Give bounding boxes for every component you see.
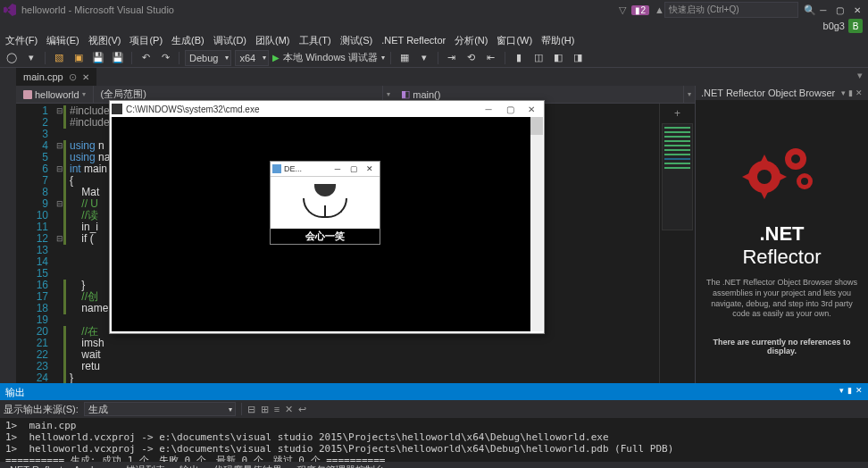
- output-tool-icon[interactable]: ⊟: [247, 404, 255, 415]
- output-text[interactable]: 1> main.cpp 1> helloworld.vcxproj -> e:\…: [0, 418, 868, 462]
- image-content: 会心一笑: [271, 176, 380, 244]
- add-icon[interactable]: +: [662, 107, 693, 120]
- tab-code-metrics[interactable]: 代码度量值结果: [206, 464, 289, 469]
- output-clear-icon[interactable]: ✕: [285, 404, 293, 415]
- cmd-scrollbar[interactable]: [530, 117, 543, 331]
- output-dropdown-icon[interactable]: ▾: [839, 386, 844, 399]
- menu-help[interactable]: 帮助(H): [541, 34, 574, 47]
- output-source-combo[interactable]: 生成: [84, 402, 236, 416]
- menu-window[interactable]: 窗口(W): [497, 34, 532, 47]
- menu-project[interactable]: 项目(P): [129, 34, 163, 47]
- cmd-title: C:\WINDOWS\system32\cmd.exe: [126, 104, 259, 114]
- tab-main-cpp[interactable]: main.cpp ⊙ ✕: [16, 68, 96, 86]
- tool-icon-1[interactable]: ▦: [396, 50, 413, 66]
- menu-build[interactable]: 生成(B): [171, 34, 204, 47]
- menu-team[interactable]: 团队(M): [255, 34, 290, 47]
- output-tool-icon-3[interactable]: ≡: [274, 404, 280, 414]
- tab-package-manager[interactable]: 程序包管理器控制台: [289, 464, 392, 469]
- image-maximize-button[interactable]: ▢: [346, 164, 362, 173]
- cmd-titlebar[interactable]: C:\WINDOWS\system32\cmd.exe ─ ▢ ✕: [110, 101, 544, 117]
- minimize-button[interactable]: ─: [816, 5, 830, 15]
- bookmark-icon[interactable]: ▮: [511, 50, 527, 66]
- step-icon[interactable]: ⇥: [444, 50, 460, 66]
- output-close-icon[interactable]: ✕: [855, 386, 863, 399]
- close-button[interactable]: ✕: [850, 5, 864, 15]
- menu-reflector[interactable]: .NET Reflector: [381, 35, 446, 46]
- title-bar: helloworld - Microsoft Visual Studio ▽ ▮…: [0, 0, 868, 20]
- output-wrap-icon[interactable]: ↩: [298, 404, 306, 415]
- output-panel: 输出 ▾ ▮ ✕ 显示输出来源(S): 生成 ⊟ ⊞ ≡ ✕ ↩ 1> main…: [0, 383, 868, 462]
- reflector-noref: There are currently no references to dis…: [705, 338, 859, 355]
- undo-icon[interactable]: ↶: [138, 50, 154, 66]
- menu-debug[interactable]: 调试(D): [213, 34, 246, 47]
- document-tabs: main.cpp ⊙ ✕ ▾: [0, 68, 868, 86]
- menu-tools[interactable]: 工具(T): [299, 34, 331, 47]
- image-caption: 会心一笑: [271, 229, 380, 244]
- redo-icon[interactable]: ↷: [157, 50, 173, 66]
- save-all-icon[interactable]: 💾: [110, 50, 126, 66]
- output-title: 输出: [5, 386, 25, 399]
- panel-pin-icon[interactable]: ▮: [848, 88, 853, 97]
- tool-icon-4[interactable]: ◫: [530, 50, 547, 66]
- nav-project[interactable]: helloworld▾: [16, 86, 94, 103]
- menu-edit[interactable]: 编辑(E): [46, 34, 79, 47]
- tab-reflector-analyzer[interactable]: .NET Reflector Analyzer: [0, 464, 119, 468]
- menu-test[interactable]: 测试(S): [340, 34, 373, 47]
- nav-fwd-icon[interactable]: ▾: [23, 50, 39, 66]
- image-title: DE...: [284, 164, 302, 173]
- image-window[interactable]: DE... ─ ▢ ✕ 会心一笑: [270, 161, 380, 245]
- menu-file[interactable]: 文件(F): [5, 34, 38, 47]
- svg-point-1: [757, 170, 772, 184]
- cmd-maximize-button[interactable]: ▢: [499, 104, 521, 114]
- avatar[interactable]: B: [848, 19, 863, 33]
- start-debug-button[interactable]: ▶本地 Windows 调试器▾: [272, 51, 385, 64]
- image-titlebar[interactable]: DE... ─ ▢ ✕: [271, 162, 380, 176]
- output-tool-icon-2[interactable]: ⊞: [261, 404, 269, 415]
- open-file-icon[interactable]: ▣: [71, 50, 87, 66]
- quick-launch-input[interactable]: 快速启动 (Ctrl+Q): [664, 2, 798, 18]
- reflector-logo: [715, 128, 849, 217]
- config-combo[interactable]: Debug: [185, 50, 231, 66]
- search-icon[interactable]: 🔍: [804, 4, 816, 16]
- vs-icon: [4, 4, 16, 16]
- tool-icon-6[interactable]: ◨: [570, 50, 586, 66]
- flag-icon[interactable]: ▲: [655, 4, 664, 15]
- tool-icon-2[interactable]: ▾: [416, 50, 432, 66]
- tool-icon-5[interactable]: ◧: [550, 50, 566, 66]
- step-icon-2[interactable]: ⟲: [463, 50, 480, 66]
- output-source-label: 显示输出来源(S):: [4, 403, 79, 416]
- output-pin-icon[interactable]: ▮: [847, 386, 852, 399]
- svg-point-5: [801, 178, 808, 185]
- cmd-minimize-button[interactable]: ─: [478, 104, 499, 114]
- menu-analyze[interactable]: 分析(N): [455, 34, 488, 47]
- cmd-icon: [112, 104, 122, 114]
- tab-dropdown-icon[interactable]: ▾: [852, 68, 868, 86]
- maximize-button[interactable]: ▢: [833, 5, 847, 15]
- menu-bar: 文件(F) 编辑(E) 视图(V) 项目(P) 生成(B) 调试(D) 团队(M…: [0, 32, 868, 48]
- step-icon-3[interactable]: ⇤: [483, 50, 499, 66]
- new-file-icon[interactable]: ▧: [51, 50, 67, 66]
- panel-dropdown-icon[interactable]: ▾: [841, 88, 846, 97]
- tab-error-list[interactable]: 错误列表: [119, 464, 172, 469]
- line-numbers: 123456789101112131415161718192021222324: [16, 104, 54, 383]
- platform-combo[interactable]: x64: [235, 50, 269, 66]
- function-icon: ◧: [401, 88, 410, 100]
- image-close-button[interactable]: ✕: [362, 164, 378, 173]
- tab-pin-icon[interactable]: ⊙: [69, 71, 77, 83]
- notification-badge[interactable]: ▮ 2: [631, 5, 649, 15]
- menu-view[interactable]: 视图(V): [88, 34, 121, 47]
- nav-back-icon[interactable]: ◯: [4, 50, 20, 66]
- cmd-close-button[interactable]: ✕: [521, 104, 542, 114]
- toolbar: ◯ ▾ ▧ ▣ 💾 💾 ↶ ↷ Debug x64 ▶本地 Windows 调试…: [0, 48, 868, 68]
- tab-close-icon[interactable]: ✕: [82, 72, 89, 82]
- svg-point-3: [791, 155, 800, 163]
- project-icon: [23, 90, 32, 99]
- minimap[interactable]: +: [659, 104, 695, 383]
- feedback-icon[interactable]: ▽: [619, 4, 626, 16]
- save-icon[interactable]: 💾: [90, 50, 106, 66]
- image-minimize-button[interactable]: ─: [330, 164, 346, 173]
- tab-output[interactable]: 输出: [172, 464, 206, 469]
- panel-close-icon[interactable]: ✕: [855, 88, 863, 97]
- left-toolstrip[interactable]: [0, 86, 16, 383]
- user-name[interactable]: b0g3: [823, 21, 845, 31]
